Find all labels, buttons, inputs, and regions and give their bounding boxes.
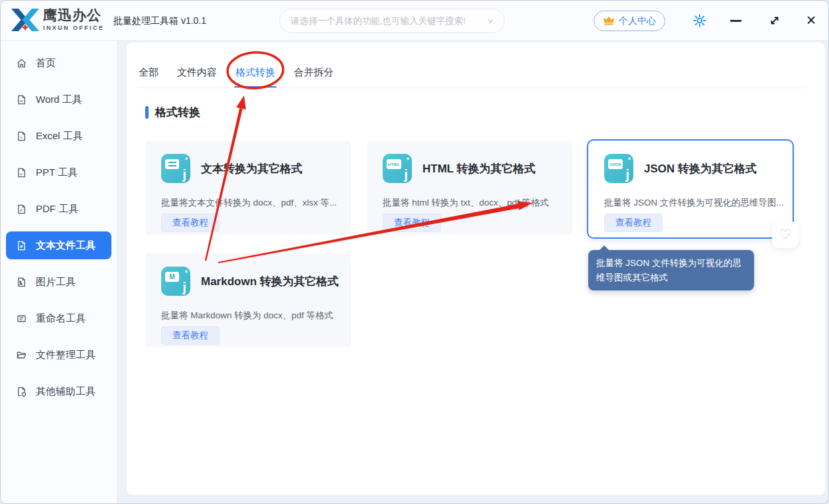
text-convert-icon: * j (161, 154, 190, 183)
card-markdown-convert[interactable]: M * j Markdown 转换为其它格式 批量将 Markdown 转换为 … (145, 253, 351, 347)
personal-center-label: 个人中心 (619, 15, 656, 27)
minimize-button[interactable] (730, 15, 742, 26)
favorite-heart-button[interactable]: ♡ (772, 221, 798, 248)
sidebar-item-text-file-tools[interactable]: 文本文件工具 (6, 231, 111, 259)
section-header: 格式转换 (145, 105, 200, 120)
chevron-down-icon: ∨ (487, 17, 493, 25)
brand-name-cn: 鹰迅办公 (43, 6, 104, 25)
tabs-divider (139, 88, 806, 88)
sidebar-item-label: 重命名工具 (36, 312, 86, 325)
svg-text:A: A (20, 208, 23, 212)
sidebar-item-word-tools[interactable]: w Word 工具 (6, 86, 111, 113)
sidebar-item-label: Word 工具 (36, 94, 82, 106)
section-title: 格式转换 (155, 105, 200, 120)
crown-icon (603, 16, 615, 26)
view-tutorial-button[interactable]: 查看教程 (161, 214, 220, 232)
card-description: 批量将文本文件转换为 docx、pdf、xlsx 等... (161, 197, 346, 209)
card-description: 批量将 html 转换为 txt、docx、pdf 等格式 (383, 197, 567, 209)
svg-text:w: w (19, 98, 23, 103)
card-title: HTML 转换为其它格式 (422, 161, 536, 176)
view-tutorial-button[interactable]: 查看教程 (161, 326, 220, 345)
personal-center-button[interactable]: 个人中心 (594, 11, 665, 31)
category-tabs: 全部 文件内容 格式转换 合并拆分 (139, 66, 334, 88)
sidebar-item-label: 文件整理工具 (36, 349, 96, 361)
sidebar-item-other-tools[interactable]: 其他辅助工具 (6, 377, 111, 405)
maximize-restore-icon[interactable] (768, 14, 781, 27)
sidebar: 首页 w Word 工具 x Excel 工具 p PPT 工具 A PDF 工… (1, 41, 117, 504)
sidebar-item-home[interactable]: 首页 (6, 49, 111, 77)
rename-tool-icon (16, 313, 27, 324)
card-description: 批量将 JSON 文件转换为可视化的思维导图... (604, 197, 789, 209)
brand-text: 鹰迅办公 INXUN OFFICE (43, 6, 104, 31)
minimize-icon (730, 20, 741, 22)
text-file-icon (16, 240, 27, 251)
card-title: Markdown 转换为其它格式 (201, 274, 339, 289)
card-description: 批量将 Markdown 转换为 docx、pdf 等格式 (161, 310, 346, 322)
j-glyph: j (182, 279, 186, 295)
title-bar: 鹰迅办公 INXUN OFFICE 批量处理工具箱 v1.0.1 请选择一个具体… (1, 1, 828, 40)
text-lines-glyph (165, 159, 179, 169)
sparkle-glyph: * (185, 157, 188, 164)
sidebar-item-label: 图片工具 (36, 276, 76, 288)
card-text-convert[interactable]: * j 文本转换为其它格式 批量将文本文件转换为 docx、pdf、xlsx 等… (145, 141, 351, 235)
sidebar-item-pdf-tools[interactable]: A PDF 工具 (6, 195, 111, 223)
brand-name-en: INXUN OFFICE (43, 25, 104, 31)
sidebar-item-label: PPT 工具 (36, 166, 78, 179)
inxun-logo-icon (10, 7, 40, 34)
card-title: JSON 转换为其它格式 (644, 161, 757, 176)
folder-icon (16, 349, 27, 361)
markdown-convert-icon: M * j (161, 267, 190, 296)
settings-gear-icon[interactable] (692, 13, 707, 28)
sidebar-item-excel-tools[interactable]: x Excel 工具 (6, 122, 111, 150)
pdf-doc-icon: A (16, 204, 27, 215)
app-title-version: 批量处理工具箱 v1.0.1 (113, 1, 206, 40)
tab-file-content[interactable]: 文件内容 (177, 66, 217, 88)
card-title: 文本转换为其它格式 (201, 161, 302, 176)
svg-text:x: x (20, 135, 22, 139)
sidebar-item-label: 其他辅助工具 (36, 385, 96, 398)
sidebar-item-ppt-tools[interactable]: p PPT 工具 (6, 158, 111, 186)
view-tutorial-button[interactable]: 查看教程 (604, 214, 663, 232)
sidebar-item-label: 首页 (36, 57, 56, 70)
sidebar-item-image-tools[interactable]: 图片工具 (6, 268, 111, 296)
ppt-doc-icon: p (16, 167, 27, 178)
view-tutorial-button[interactable]: 查看教程 (383, 214, 441, 232)
sparkle-glyph: * (407, 157, 409, 164)
json-convert-icon: JSON * j (604, 154, 633, 183)
tab-all[interactable]: 全部 (139, 66, 159, 88)
sparkle-glyph: * (628, 157, 631, 164)
sidebar-item-label: Excel 工具 (36, 130, 83, 143)
image-doc-icon (16, 277, 27, 288)
sidebar-item-label: PDF 工具 (36, 203, 78, 216)
sparkle-glyph: * (185, 269, 188, 277)
card-html-convert[interactable]: HTML * j HTML 转换为其它格式 批量将 html 转换为 txt、d… (367, 141, 572, 235)
misc-tool-icon (16, 386, 27, 397)
json-label-glyph: JSON (608, 159, 623, 169)
tab-format-convert[interactable]: 格式转换 (235, 66, 275, 88)
html-label-glyph: HTML (387, 159, 401, 169)
heart-icon: ♡ (779, 227, 792, 243)
word-doc-icon: w (16, 94, 27, 105)
json-card-tooltip: 批量将 JSON 文件转换为可视化的思维导图或其它格式 (588, 250, 754, 290)
sidebar-item-label: 文本文件工具 (36, 239, 96, 252)
function-search-select[interactable]: 请选择一个具体的功能,也可输入关键字搜索! ∨ (279, 9, 505, 33)
j-glyph: j (625, 166, 629, 182)
app-window: 鹰迅办公 INXUN OFFICE 批量处理工具箱 v1.0.1 请选择一个具体… (0, 0, 829, 504)
markdown-label-glyph: M (165, 272, 179, 282)
card-json-convert[interactable]: JSON * j JSON 转换为其它格式 批量将 JSON 文件转换为可视化的… (587, 139, 794, 239)
svg-text:p: p (20, 171, 23, 176)
j-glyph: j (182, 166, 186, 182)
excel-doc-icon: x (16, 131, 27, 142)
tooltip-text: 批量将 JSON 文件转换为可视化的思维导图或其它格式 (596, 258, 741, 283)
sidebar-item-file-organize-tools[interactable]: 文件整理工具 (6, 341, 111, 369)
sidebar-item-rename-tools[interactable]: 重命名工具 (6, 304, 111, 332)
j-glyph: j (404, 166, 408, 182)
search-placeholder: 请选择一个具体的功能,也可输入关键字搜索! (290, 15, 487, 27)
close-button[interactable]: × (802, 10, 820, 31)
main-panel: 全部 文件内容 格式转换 合并拆分 格式转换 * j 文本转换为其它格式 批量将… (127, 42, 825, 495)
home-icon (16, 58, 27, 69)
html-convert-icon: HTML * j (383, 154, 412, 183)
tab-merge-split[interactable]: 合并拆分 (294, 66, 334, 88)
section-accent-bar (145, 106, 149, 119)
